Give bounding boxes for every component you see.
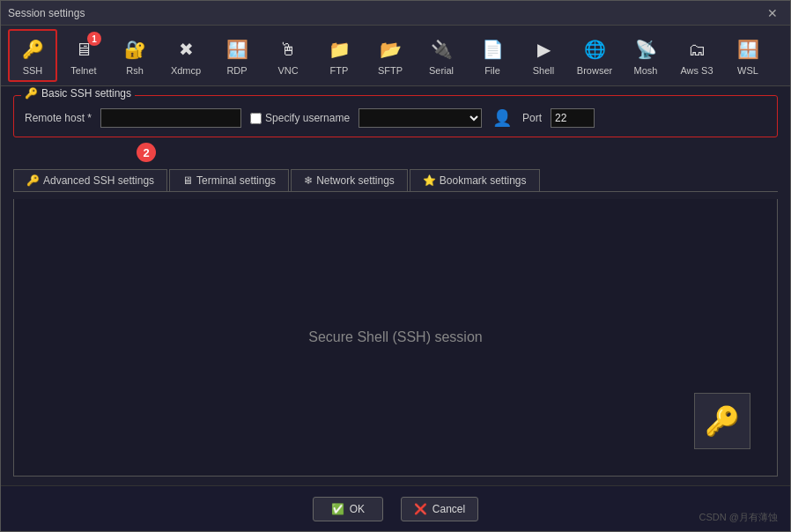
sftp-proto-icon: 📂 xyxy=(376,35,404,63)
proto-item-rsh[interactable]: 🔐Rsh xyxy=(110,29,159,82)
xdmcp-proto-label: Xdmcp xyxy=(171,65,201,76)
basic-settings-legend: 🔑 Basic SSH settings xyxy=(21,87,135,100)
user-icon-button[interactable]: 👤 xyxy=(491,108,514,128)
proto-item-telnet[interactable]: 🖥1Telnet xyxy=(59,29,108,82)
telnet-proto-icon: 🖥1 xyxy=(70,35,98,63)
shell-proto-icon: ▶ xyxy=(529,35,558,63)
network-tab-label: Network settings xyxy=(316,174,395,187)
window-title: Session settings xyxy=(8,7,85,19)
proto-item-shell[interactable]: ▶Shell xyxy=(519,29,568,82)
tab-network[interactable]: ❄Network settings xyxy=(291,169,408,191)
protocol-toolbar: 🔑SSH🖥1Telnet🔐Rsh✖Xdmcp🪟RDP🖱VNC📁FTP📂SFTP🔌… xyxy=(1,26,790,86)
rsh-proto-label: Rsh xyxy=(126,65,144,76)
title-bar: Session settings ✕ xyxy=(1,1,790,26)
tab-content: Secure Shell (SSH) session 🔑 xyxy=(13,199,778,477)
proto-item-xdmcp[interactable]: ✖Xdmcp xyxy=(161,29,211,82)
proto-item-serial[interactable]: 🔌Serial xyxy=(417,29,466,82)
browser-proto-icon: 🌐 xyxy=(580,35,609,63)
username-dropdown[interactable] xyxy=(359,108,482,128)
tab-bookmark[interactable]: ⭐Bookmark settings xyxy=(410,169,540,191)
shell-proto-label: Shell xyxy=(533,65,554,76)
rdp-proto-label: RDP xyxy=(226,65,247,76)
xdmcp-proto-icon: ✖ xyxy=(172,35,200,63)
cancel-x-icon: ❌ xyxy=(414,503,427,515)
rdp-proto-icon: 🪟 xyxy=(223,35,251,63)
advanced-tab-label: Advanced SSH settings xyxy=(43,174,154,187)
ok-button[interactable]: ✅ OK xyxy=(313,497,383,521)
vnc-proto-label: VNC xyxy=(277,65,298,76)
bookmark-tab-label: Bookmark settings xyxy=(440,174,527,187)
remote-host-label: Remote host * xyxy=(25,112,92,124)
proto-item-sftp[interactable]: 📂SFTP xyxy=(366,29,415,82)
basic-settings-row: Remote host * Specify username 👤 Port xyxy=(25,108,766,128)
terminal-tab-label: Terminal settings xyxy=(196,174,276,187)
serial-proto-label: Serial xyxy=(429,65,454,76)
proto-item-ftp[interactable]: 📁FTP xyxy=(314,29,364,82)
proto-item-awss3[interactable]: 🗂Aws S3 xyxy=(672,29,721,82)
tab-terminal[interactable]: 🖥Terminal settings xyxy=(169,169,289,191)
footer: ✅ OK ❌ Cancel CSDN @月有薄蚀 xyxy=(1,485,790,531)
awss3-proto-label: Aws S3 xyxy=(680,65,713,76)
mosh-proto-icon: 📡 xyxy=(632,35,660,63)
ssh-description: Secure Shell (SSH) session xyxy=(308,329,482,345)
session-settings-window: Session settings ✕ 🔑SSH🖥1Telnet🔐Rsh✖Xdmc… xyxy=(0,0,791,532)
basic-ssh-settings-box: 🔑 Basic SSH settings Remote host * Speci… xyxy=(13,95,778,137)
proto-item-mosh[interactable]: 📡Mosh xyxy=(621,29,670,82)
proto-item-rdp[interactable]: 🪟RDP xyxy=(212,29,262,82)
sftp-proto-label: SFTP xyxy=(378,65,403,76)
legend-key-icon: 🔑 xyxy=(25,87,38,100)
proto-item-ssh[interactable]: 🔑SSH xyxy=(8,29,57,82)
key-icon-box: 🔑 xyxy=(694,393,750,449)
watermark: CSDN @月有薄蚀 xyxy=(699,511,778,524)
wsl-proto-label: WSL xyxy=(737,65,758,76)
wsl-proto-icon: 🪟 xyxy=(734,35,762,63)
ok-label: OK xyxy=(350,503,365,515)
port-input[interactable] xyxy=(551,108,595,128)
awss3-proto-icon: 🗂 xyxy=(683,35,711,63)
main-content: 🔑 Basic SSH settings Remote host * Speci… xyxy=(1,86,790,485)
vnc-proto-icon: 🖱 xyxy=(274,35,302,63)
mosh-proto-label: Mosh xyxy=(634,65,658,76)
network-tab-icon: ❄ xyxy=(304,174,313,187)
cancel-label: Cancel xyxy=(432,503,465,515)
key-large-icon: 🔑 xyxy=(705,404,740,438)
step-badge-2: 2 xyxy=(137,143,156,162)
tabs-bar: 🔑Advanced SSH settings🖥Terminal settings… xyxy=(13,169,778,192)
ftp-proto-label: FTP xyxy=(330,65,349,76)
tab-advanced[interactable]: 🔑Advanced SSH settings xyxy=(13,169,167,191)
terminal-tab-icon: 🖥 xyxy=(182,174,193,187)
ftp-proto-icon: 📁 xyxy=(325,35,353,63)
proto-item-browser[interactable]: 🌐Browser xyxy=(570,29,619,82)
file-proto-icon: 📄 xyxy=(478,35,506,63)
serial-proto-icon: 🔌 xyxy=(427,35,455,63)
port-label: Port xyxy=(522,112,542,124)
proto-item-vnc[interactable]: 🖱VNC xyxy=(263,29,313,82)
remote-host-input[interactable] xyxy=(100,108,241,128)
telnet-proto-label: Telnet xyxy=(70,65,96,76)
ok-check-icon: ✅ xyxy=(331,503,344,515)
cancel-button[interactable]: ❌ Cancel xyxy=(401,497,478,521)
bookmark-tab-icon: ⭐ xyxy=(423,174,436,187)
file-proto-label: File xyxy=(484,65,500,76)
advanced-tab-icon: 🔑 xyxy=(26,174,40,187)
proto-item-file[interactable]: 📄File xyxy=(468,29,517,82)
proto-item-wsl[interactable]: 🪟WSL xyxy=(723,29,773,82)
ssh-proto-icon: 🔑 xyxy=(18,35,47,63)
ssh-proto-label: SSH xyxy=(23,65,43,76)
rsh-proto-icon: 🔐 xyxy=(121,35,149,63)
close-button[interactable]: ✕ xyxy=(762,4,783,22)
legend-text: Basic SSH settings xyxy=(41,87,131,100)
ssh-info: Secure Shell (SSH) session xyxy=(308,329,482,345)
telnet-badge: 1 xyxy=(87,32,101,46)
browser-proto-label: Browser xyxy=(577,65,612,76)
specify-username-checkbox[interactable] xyxy=(250,113,262,124)
specify-username-label[interactable]: Specify username xyxy=(250,112,350,124)
